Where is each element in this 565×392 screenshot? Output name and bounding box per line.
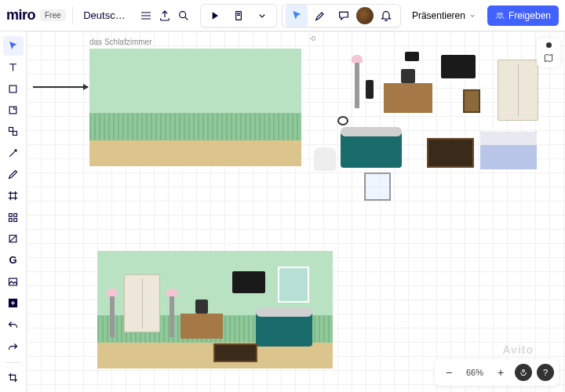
zoom-level[interactable]: 66% (463, 368, 487, 377)
floor-lamp-image[interactable] (355, 61, 359, 108)
ruler-coord: -0 (309, 34, 315, 42)
redo-button[interactable] (3, 337, 24, 357)
share-button[interactable]: Freigeben (487, 5, 559, 26)
map-icon (543, 53, 554, 64)
miro-logo[interactable]: miro (6, 7, 35, 24)
top-bar: miro Free Deutsch. Kinder Präsentieren F… (0, 0, 565, 31)
present-button[interactable]: Präsentieren (406, 7, 483, 24)
minimap-toggle[interactable] (537, 38, 560, 67)
bed-teal-image[interactable] (341, 132, 402, 168)
highlight-icon[interactable] (309, 5, 331, 27)
svg-rect-9 (14, 218, 17, 221)
zoom-controls: − 66% + ? (435, 359, 559, 386)
bell-icon[interactable] (375, 5, 397, 27)
help-button[interactable]: ? (537, 364, 554, 381)
comment-icon[interactable] (333, 5, 355, 27)
search-icon[interactable] (177, 5, 191, 27)
room-frame-empty[interactable] (89, 49, 301, 166)
image-tool[interactable] (3, 271, 24, 291)
board-name[interactable]: Deutsch. Kinder (78, 9, 134, 21)
placed-bed[interactable] (256, 312, 312, 347)
add-tool[interactable] (3, 293, 24, 313)
share-label: Freigeben (508, 10, 551, 21)
export-icon[interactable] (158, 5, 172, 27)
grid-tool[interactable] (3, 208, 24, 227)
separator (72, 7, 73, 24)
wardrobe-image[interactable] (498, 60, 538, 121)
frame-label[interactable]: das Schlafzimmer (89, 38, 151, 46)
play-icon[interactable] (204, 5, 226, 27)
mode-group (282, 4, 401, 27)
undo-button[interactable] (3, 316, 24, 336)
clipboard-icon[interactable] (228, 5, 250, 27)
frame-tool[interactable] (3, 186, 24, 205)
svg-rect-8 (9, 218, 13, 221)
tv-image[interactable] (441, 55, 476, 78)
fit-view-button[interactable] (515, 364, 532, 381)
text-tool[interactable] (3, 57, 24, 77)
svg-rect-7 (14, 213, 17, 216)
placed-desk[interactable] (180, 314, 223, 339)
cursor-mode-icon[interactable] (286, 5, 308, 27)
svg-rect-5 (13, 132, 17, 136)
chevron-down-icon[interactable] (251, 5, 273, 27)
svg-rect-6 (9, 213, 13, 216)
svg-rect-1 (236, 11, 242, 20)
pen-tool[interactable] (3, 165, 24, 184)
canvas-area[interactable]: -0 das Schlafzimmer (27, 31, 565, 392)
svg-rect-11 (9, 278, 17, 285)
zoom-out-button[interactable]: − (439, 363, 458, 382)
connector-arrow[interactable] (33, 86, 88, 88)
speaker-image[interactable] (366, 80, 374, 99)
people-icon (495, 11, 505, 20)
monitor-small-image[interactable] (405, 52, 419, 61)
google-tool[interactable]: G (3, 250, 24, 270)
note-tool[interactable] (3, 100, 24, 120)
svg-rect-2 (9, 85, 16, 93)
zoom-in-button[interactable]: + (491, 363, 510, 382)
placed-window[interactable] (278, 267, 309, 303)
placed-wardrobe[interactable] (124, 274, 160, 332)
plan-badge[interactable]: Free (40, 9, 66, 21)
user-avatar[interactable] (356, 7, 374, 24)
watermark: Avito (503, 343, 534, 356)
placed-tv[interactable] (232, 271, 265, 293)
dot-icon (546, 42, 552, 48)
svg-point-0 (180, 11, 186, 17)
furniture-palette[interactable] (309, 45, 545, 194)
present-label: Präsentieren (412, 10, 465, 21)
placed-lamp-right[interactable] (170, 295, 174, 337)
select-tool[interactable] (3, 36, 24, 56)
desk-image[interactable] (384, 83, 432, 113)
bed-blue-image[interactable] (480, 132, 537, 169)
placed-rug[interactable] (213, 343, 257, 362)
svg-rect-3 (9, 107, 16, 114)
chevron-down-icon (468, 12, 476, 20)
sticky-tool[interactable] (3, 79, 24, 99)
shape-tool[interactable] (3, 122, 24, 141)
window-image[interactable] (364, 172, 391, 201)
menu-icon[interactable] (139, 5, 153, 27)
headphones-image[interactable] (337, 116, 348, 125)
left-toolbar: G (0, 31, 27, 392)
svg-rect-4 (9, 128, 13, 132)
line-tool[interactable] (3, 143, 24, 163)
apps-tool[interactable] (3, 229, 24, 249)
picture-frame-image[interactable] (463, 89, 480, 113)
room-frame-furnished[interactable] (97, 251, 333, 368)
rug-image[interactable] (427, 138, 474, 168)
history-group (200, 4, 277, 27)
crop-tool[interactable] (3, 368, 24, 387)
placed-lamp-left[interactable] (110, 295, 115, 337)
armchair-image[interactable] (314, 147, 336, 171)
